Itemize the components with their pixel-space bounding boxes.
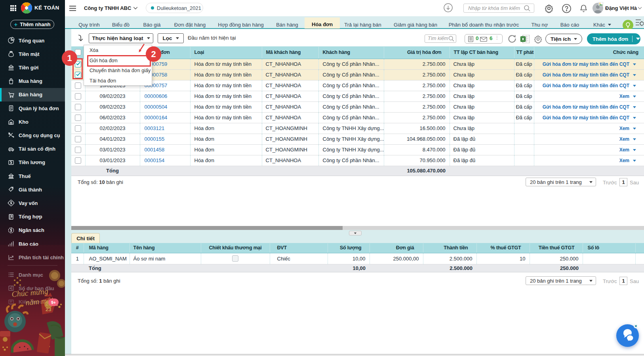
- svg-text:23: 23: [46, 306, 51, 312]
